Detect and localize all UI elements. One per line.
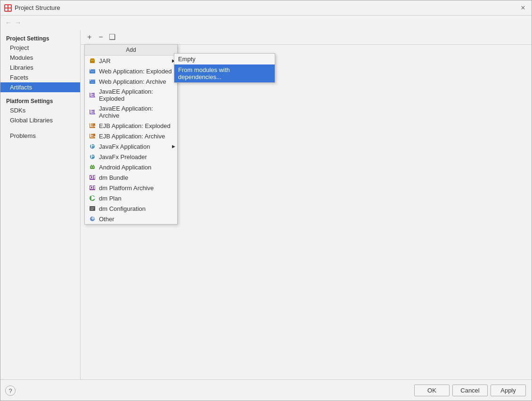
content-area: + − ❑ Add JAR — [81, 30, 532, 380]
dropdown-item-other[interactable]: + Other — [85, 214, 177, 224]
dropdown-item-web-exploded[interactable]: Web Application: Exploded — [85, 66, 177, 76]
title-bar-left: Project Structure — [4, 4, 60, 12]
javafx-icon: FX — [89, 143, 96, 150]
svg-text:EE: EE — [90, 109, 96, 115]
svg-text:+: + — [91, 216, 95, 222]
dropdown-item-dm-plan[interactable]: ▶ dm Plan — [85, 193, 177, 203]
svg-point-13 — [90, 80, 91, 81]
svg-rect-40 — [90, 208, 94, 209]
dialog-title: Project Structure — [15, 4, 60, 11]
svg-rect-0 — [5, 5, 8, 8]
svg-rect-27 — [90, 166, 95, 169]
svg-rect-39 — [90, 206, 95, 211]
svg-text:dm: dm — [90, 174, 96, 180]
sidebar-item-artifacts[interactable]: Artifacts — [0, 82, 80, 92]
dropdown-item-android[interactable]: Android Application — [85, 162, 177, 172]
dropdown-item-web-exploded-label: Web Application: Exploded — [99, 68, 172, 75]
svg-rect-29 — [93, 165, 94, 166]
add-dropdown-menu: Add JAR — [84, 44, 178, 225]
svg-rect-28 — [91, 165, 92, 166]
project-structure-dialog: Project Structure × ← → Project Settings… — [0, 0, 532, 401]
ejb-archive-icon: EJB — [89, 132, 96, 140]
javaee-exploded-icon: EE — [89, 91, 96, 99]
dropdown-item-dm-platform-archive-label: dm Platform Archive — [99, 184, 154, 192]
svg-rect-10 — [90, 72, 94, 72]
copy-button[interactable]: ❑ — [107, 32, 117, 42]
dropdown-item-javafx-label: JavaFx Application — [99, 143, 150, 150]
jar-submenu: Empty From modules with dependencies... — [174, 53, 275, 83]
artifact-toolbar: + − ❑ — [81, 30, 532, 45]
svg-rect-1 — [8, 5, 11, 8]
dropdown-item-dm-bundle-label: dm Bundle — [99, 174, 128, 181]
nav-buttons: ← → — [0, 16, 532, 30]
svg-rect-41 — [90, 209, 93, 210]
svg-rect-2 — [5, 8, 8, 11]
back-button[interactable]: ← — [4, 18, 13, 27]
sidebar-item-sdks[interactable]: SDKs — [0, 105, 80, 115]
dm-configuration-icon — [89, 205, 96, 212]
dropdown-item-web-archive-label: Web Application: Archive — [99, 78, 166, 85]
dropdown-item-dm-platform-archive[interactable]: dm dm Platform Archive — [85, 183, 177, 193]
javafx-preloader-icon: FX — [89, 153, 96, 160]
sidebar-item-facets[interactable]: Facets — [0, 72, 80, 82]
svg-text:EJB: EJB — [90, 133, 96, 139]
svg-point-9 — [90, 70, 91, 71]
svg-rect-3 — [8, 8, 11, 11]
svg-text:EJB: EJB — [90, 122, 96, 128]
svg-text:FX: FX — [91, 143, 96, 149]
dropdown-item-javaee-archive[interactable]: EE JavaEE Application: Archive — [85, 104, 177, 120]
svg-rect-4 — [90, 59, 95, 63]
dropdown-item-android-label: Android Application — [99, 164, 151, 171]
dropdown-item-ejb-exploded[interactable]: EJB EJB Application: Exploded — [85, 120, 177, 131]
dropdown-item-dm-bundle[interactable]: dm dm Bundle — [85, 172, 177, 183]
dropdown-item-javaee-exploded-label: JavaEE Application: Exploded — [99, 88, 173, 102]
main-content: Project Settings Project Modules Librari… — [0, 30, 532, 380]
close-button[interactable]: × — [518, 3, 528, 13]
jar-icon — [89, 57, 96, 64]
dm-bundle-icon: dm — [89, 174, 96, 181]
dropdown-item-web-archive[interactable]: Web Application: Archive — [85, 76, 177, 87]
svg-text:dm: dm — [90, 184, 96, 191]
dropdown-item-ejb-exploded-label: EJB Application: Exploded — [99, 122, 171, 129]
app-icon — [4, 4, 12, 12]
sidebar-item-problems[interactable]: Problems — [0, 131, 80, 141]
javaee-archive-icon: EE — [89, 108, 96, 116]
remove-button[interactable]: − — [96, 32, 106, 42]
svg-text:FX: FX — [91, 153, 96, 160]
dropdown-item-dm-plan-label: dm Plan — [99, 195, 122, 202]
dropdown-item-ejb-archive[interactable]: EJB EJB Application: Archive — [85, 131, 177, 141]
dropdown-item-javafx-preloader[interactable]: FX JavaFx Preloader — [85, 152, 177, 162]
dropdown-item-other-label: Other — [99, 216, 115, 223]
apply-button[interactable]: Apply — [491, 385, 526, 396]
ok-button[interactable]: OK — [414, 385, 450, 396]
svg-rect-6 — [91, 60, 94, 61]
sidebar-item-libraries[interactable]: Libraries — [0, 63, 80, 72]
sidebar: Project Settings Project Modules Librari… — [0, 30, 81, 380]
cancel-button[interactable]: Cancel — [452, 385, 488, 396]
ejb-exploded-icon: EJB — [89, 122, 96, 129]
other-icon: + — [89, 215, 96, 223]
dropdown-item-javafx[interactable]: FX JavaFx Application — [85, 141, 177, 152]
add-button[interactable]: + — [84, 32, 95, 42]
submenu-item-empty[interactable]: Empty — [174, 54, 275, 64]
dropdown-item-javaee-exploded[interactable]: EE JavaEE Application: Exploded — [85, 87, 177, 104]
forward-button[interactable]: → — [14, 18, 22, 27]
sidebar-item-global-libraries[interactable]: Global Libraries — [0, 115, 80, 125]
dropdown-item-dm-configuration[interactable]: dm Configuration — [85, 203, 177, 214]
svg-rect-5 — [90, 58, 94, 60]
dropdown-item-dm-configuration-label: dm Configuration — [99, 205, 146, 212]
svg-text:▶: ▶ — [91, 195, 96, 201]
dropdown-header: Add — [85, 45, 177, 56]
submenu-item-from-modules[interactable]: From modules with dependencies... — [174, 64, 275, 82]
dm-platform-archive-icon: dm — [89, 184, 96, 192]
platform-settings-header: Platform Settings — [0, 96, 80, 105]
title-bar: Project Structure × — [0, 0, 532, 16]
web-archive-icon — [89, 78, 96, 85]
dm-plan-icon: ▶ — [89, 194, 96, 202]
help-button[interactable]: ? — [5, 385, 16, 396]
project-settings-header: Project Settings — [0, 33, 80, 43]
dropdown-item-jar[interactable]: JAR — [85, 56, 177, 66]
sidebar-item-modules[interactable]: Modules — [0, 53, 80, 63]
sidebar-item-project[interactable]: Project — [0, 43, 80, 53]
dropdown-item-ejb-archive-label: EJB Application: Archive — [99, 133, 165, 140]
